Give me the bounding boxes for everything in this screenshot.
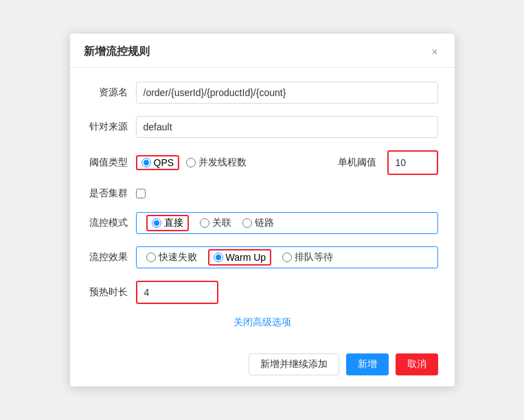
resource-label: 资源名 [87,86,136,99]
warmup-radio-box: Warm Up [208,249,272,266]
cluster-control [136,189,438,198]
dialog-body: 资源名 针对来源 阈值类型 QPS 并发线程数 [70,68,455,345]
threshold-input-box [387,150,438,175]
source-input[interactable] [136,116,438,138]
add-continue-button[interactable]: 新增并继续添加 [249,353,339,375]
dialog-header: 新增流控规则 × [70,34,455,68]
assoc-label: 关联 [212,217,231,229]
preheat-input[interactable] [137,282,217,303]
flow-effect-row: 流控效果 快速失败 Warm Up 排队等待 [87,246,438,268]
qps-radio-box: QPS [136,155,180,170]
resource-row: 资源名 [87,82,438,104]
flow-mode-control: 直接 关联 链路 [136,212,438,234]
close-button[interactable]: × [429,47,440,58]
dialog: 新增流控规则 × 资源名 针对来源 阈值类型 QPS [70,34,455,386]
single-threshold-label: 单机阈值 [338,156,382,169]
thread-radio[interactable] [186,158,196,167]
direct-radio[interactable] [152,218,161,228]
flow-mode-row: 流控模式 直接 关联 链路 [87,212,438,234]
cluster-label: 是否集群 [87,187,136,200]
direct-radio-label[interactable]: 直接 [164,217,183,229]
queue-radio-label-wrapper[interactable]: 排队等待 [282,251,333,264]
queue-radio[interactable] [282,253,292,262]
flow-effect-control: 快速失败 Warm Up 排队等待 [136,246,438,268]
direct-radio-box: 直接 [146,215,189,231]
cancel-button[interactable]: 取消 [396,353,438,375]
threshold-type-row: 阈值类型 QPS 并发线程数 单机阈值 [87,150,438,175]
resource-control [136,82,438,104]
assoc-radio-label-wrapper[interactable]: 关联 [200,217,231,229]
chain-radio[interactable] [242,218,252,228]
chain-label: 链路 [255,217,274,229]
cluster-row: 是否集群 [87,187,438,200]
source-row: 针对来源 [87,116,438,138]
warmup-radio[interactable] [214,253,223,262]
flow-effect-label: 流控效果 [87,251,136,264]
dialog-title: 新增流控规则 [84,45,150,59]
flow-mode-label: 流控模式 [87,217,136,229]
chain-radio-label-wrapper[interactable]: 链路 [242,217,274,229]
assoc-radio[interactable] [200,218,209,228]
source-label: 针对来源 [87,121,136,133]
cluster-checkbox-label[interactable] [136,189,438,198]
threshold-input[interactable] [389,152,437,174]
dialog-footer: 新增并继续添加 新增 取消 [70,345,455,386]
thread-radio-label-wrapper[interactable]: 并发线程数 [186,156,247,169]
queue-label: 排队等待 [295,251,333,264]
cluster-checkbox[interactable] [136,189,146,198]
source-control [136,116,438,138]
warmup-radio-label[interactable]: Warm Up [226,252,266,263]
fast-radio[interactable] [146,253,156,262]
qps-radio-label[interactable]: QPS [154,157,174,168]
fast-label: 快速失败 [159,251,197,264]
preheat-row: 预热时长 [87,281,438,304]
thread-label: 并发线程数 [198,156,247,169]
preheat-control [136,281,438,304]
preheat-label: 预热时长 [87,286,136,299]
close-advanced-button[interactable]: 关闭高级选项 [233,316,291,329]
add-button[interactable]: 新增 [346,353,389,375]
resource-input[interactable] [136,82,438,104]
threshold-type-label: 阈值类型 [87,156,136,169]
qps-radio[interactable] [141,158,151,167]
fast-radio-label-wrapper[interactable]: 快速失败 [146,251,197,264]
preheat-input-box [136,281,218,304]
close-advanced-section: 关闭高级选项 [87,316,438,329]
